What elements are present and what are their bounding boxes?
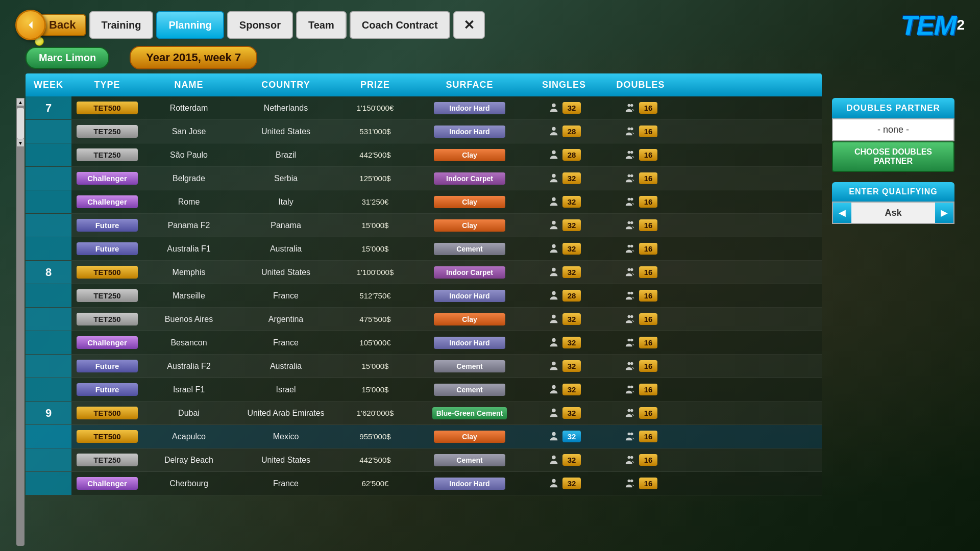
doubles-cell: 16 bbox=[602, 120, 679, 143]
type-cell: TET250 bbox=[71, 143, 143, 166]
prize-cell: 31'250€ bbox=[337, 190, 413, 213]
week-cell bbox=[26, 120, 71, 143]
table-row[interactable]: Future Australia F1 Australia 15'000$ Ce… bbox=[26, 237, 822, 261]
planning-button[interactable]: Planning bbox=[156, 11, 224, 39]
name-cell: Buenos Aires bbox=[143, 308, 235, 331]
team-button[interactable]: Team bbox=[296, 11, 347, 39]
table-row[interactable]: 7 TET500 Rotterdam Netherlands 1'150'000… bbox=[26, 96, 822, 120]
country-cell: United Arab Emirates bbox=[235, 402, 337, 424]
type-cell: TET500 bbox=[71, 261, 143, 284]
scroll-thumb[interactable] bbox=[17, 108, 24, 139]
tournament-table: ▲ ▼ WEEK TYPE NAME COUNTRY PRIZE SURFACE… bbox=[26, 73, 822, 546]
singles-icon bbox=[547, 360, 560, 373]
scroll-up-button[interactable]: ▲ bbox=[16, 98, 24, 106]
singles-cell: 28 bbox=[526, 143, 602, 166]
sponsor-button[interactable]: Sponsor bbox=[227, 11, 293, 39]
table-row[interactable]: Challenger Besancon France 105'000€ Indo… bbox=[26, 331, 822, 355]
singles-cell: 32 bbox=[526, 308, 602, 331]
prize-cell: 512'750€ bbox=[337, 284, 413, 307]
week-cell bbox=[26, 472, 71, 495]
doubles-cell: 16 bbox=[602, 355, 679, 378]
back-button[interactable]: Back bbox=[15, 10, 86, 40]
table-row[interactable]: 8 TET500 Memphis United States 1'100'000… bbox=[26, 261, 822, 284]
table-row[interactable]: Challenger Belgrade Serbia 125'000$ Indo… bbox=[26, 167, 822, 190]
table-row[interactable]: Future Panama F2 Panama 15'000$ Clay 32 … bbox=[26, 214, 822, 237]
svg-point-22 bbox=[552, 267, 555, 271]
singles-cell: 32 bbox=[526, 190, 602, 213]
doubles-partner-header: DOUBLES PARTNER bbox=[832, 98, 954, 118]
surface-cell: Indoor Hard bbox=[413, 96, 526, 119]
enter-qualifying-section: ENTER QUALIFYING ◀ Ask ▶ bbox=[832, 182, 954, 224]
choose-partner-button[interactable]: Choose doubles partner bbox=[832, 141, 954, 172]
svg-point-9 bbox=[630, 151, 633, 154]
singles-icon bbox=[547, 266, 560, 279]
table-row[interactable]: TET250 Delray Beach United States 442'50… bbox=[26, 448, 822, 472]
table-row[interactable]: Challenger Rome Italy 31'250€ Clay 32 16 bbox=[26, 190, 822, 214]
prize-cell: 531'000$ bbox=[337, 120, 413, 143]
coach-contract-button[interactable]: Coach Contract bbox=[350, 11, 450, 39]
doubles-cell: 16 bbox=[602, 331, 679, 354]
surface-cell: Clay bbox=[413, 214, 526, 237]
svg-point-14 bbox=[628, 197, 631, 201]
doubles-cell: 16 bbox=[602, 167, 679, 190]
doubles-icon bbox=[624, 125, 637, 138]
ask-arrow-left[interactable]: ◀ bbox=[833, 203, 851, 223]
table-row[interactable]: TET500 Acapulco Mexico 955'000$ Clay 32 … bbox=[26, 425, 822, 448]
svg-point-39 bbox=[630, 385, 633, 388]
enter-qualifying-header: ENTER QUALIFYING bbox=[832, 182, 954, 202]
type-cell: Future bbox=[71, 237, 143, 260]
doubles-icon bbox=[624, 430, 637, 443]
table-row[interactable]: Challenger Cherbourg France 62'500€ Indo… bbox=[26, 472, 822, 495]
ask-arrow-right[interactable]: ▶ bbox=[935, 203, 953, 223]
type-cell: Future bbox=[71, 378, 143, 401]
type-cell: Challenger bbox=[71, 472, 143, 495]
svg-point-20 bbox=[628, 244, 631, 247]
ask-label: Ask bbox=[851, 208, 935, 218]
doubles-icon bbox=[624, 242, 637, 256]
svg-point-36 bbox=[630, 362, 633, 365]
surface-cell: Clay bbox=[413, 308, 526, 331]
doubles-cell: 16 bbox=[602, 378, 679, 401]
table-row[interactable]: TET250 Marseille France 512'750€ Indoor … bbox=[26, 284, 822, 308]
singles-icon bbox=[547, 336, 560, 349]
singles-icon bbox=[547, 219, 560, 232]
training-button[interactable]: Training bbox=[89, 11, 154, 39]
week-cell: 7 bbox=[26, 96, 71, 119]
col-surface: SURFACE bbox=[413, 74, 526, 95]
name-cell: Rotterdam bbox=[143, 96, 235, 119]
svg-point-41 bbox=[628, 409, 631, 412]
scroll-down-button[interactable]: ▼ bbox=[16, 139, 24, 147]
name-cell: São Paulo bbox=[143, 143, 235, 166]
name-cell: Memphis bbox=[143, 261, 235, 284]
prize-cell: 62'500€ bbox=[337, 472, 413, 495]
prize-cell: 15'000$ bbox=[337, 355, 413, 378]
prize-cell: 475'500$ bbox=[337, 308, 413, 331]
info-row: Marc Limon Year 2015, week 7 bbox=[0, 46, 980, 69]
svg-point-12 bbox=[630, 174, 633, 177]
prize-cell: 15'000$ bbox=[337, 378, 413, 401]
surface-cell: Cement bbox=[413, 378, 526, 401]
singles-icon bbox=[547, 125, 560, 138]
doubles-cell: 16 bbox=[602, 261, 679, 284]
svg-point-37 bbox=[552, 385, 555, 388]
svg-point-42 bbox=[630, 409, 633, 412]
name-cell: Rome bbox=[143, 190, 235, 213]
country-cell: Israel bbox=[235, 378, 337, 401]
type-cell: TET250 bbox=[71, 120, 143, 143]
table-row[interactable]: TET250 San Jose United States 531'000$ I… bbox=[26, 120, 822, 143]
prize-cell: 442'500$ bbox=[337, 143, 413, 166]
table-row[interactable]: TET250 Buenos Aires Argentina 475'500$ C… bbox=[26, 308, 822, 331]
close-button[interactable]: ✕ bbox=[453, 11, 485, 39]
type-cell: Challenger bbox=[71, 190, 143, 213]
table-row[interactable]: Future Israel F1 Israel 15'000$ Cement 3… bbox=[26, 378, 822, 402]
svg-point-18 bbox=[630, 221, 633, 224]
table-row[interactable]: TET250 São Paulo Brazil 442'500$ Clay 28… bbox=[26, 143, 822, 167]
table-row[interactable]: 9 TET500 Dubai United Arab Emirates 1'62… bbox=[26, 402, 822, 425]
name-cell: Belgrade bbox=[143, 167, 235, 190]
surface-cell: Blue-Green Cement bbox=[413, 402, 526, 424]
prize-cell: 105'000€ bbox=[337, 331, 413, 354]
week-cell bbox=[26, 355, 71, 378]
svg-marker-0 bbox=[29, 21, 32, 29]
col-doubles: DOUBLES bbox=[602, 74, 679, 95]
table-row[interactable]: Future Australia F2 Australia 15'000$ Ce… bbox=[26, 355, 822, 378]
